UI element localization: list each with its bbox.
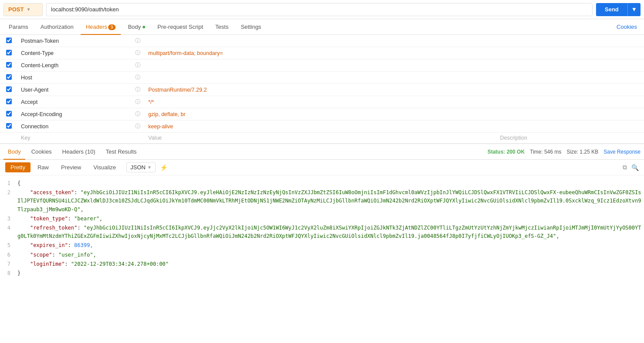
response-time: Time: 546 ms — [530, 149, 561, 155]
header-key-7: Connection — [17, 120, 131, 133]
response-tab-body[interactable]: Body — [3, 144, 25, 160]
json-line: 5 "expires_in": 86399, — [0, 241, 644, 250]
header-value-1: multipart/form-data; boundary= — [145, 47, 497, 59]
header-key-3: Host — [17, 72, 131, 84]
format-preview[interactable]: Preview — [56, 162, 86, 172]
json-line: 1{ — [0, 179, 644, 188]
header-info-4: ⓘ — [131, 84, 145, 96]
request-bar: POST ▼ Send ▼ — [0, 0, 644, 19]
header-key-4: User-Agent — [17, 84, 131, 96]
header-info-5: ⓘ — [131, 96, 145, 108]
tab-params[interactable]: Params — [3, 19, 34, 35]
header-desc-1 — [497, 47, 644, 59]
header-checkbox-5[interactable] — [0, 96, 17, 108]
format-visualize[interactable]: Visualize — [88, 162, 121, 172]
header-info-0: ⓘ — [131, 35, 145, 47]
tab-headers[interactable]: Headers9 — [81, 19, 121, 35]
header-info-7: ⓘ — [131, 120, 145, 133]
format-chevron-icon: ▼ — [147, 165, 152, 170]
tab-prerequest[interactable]: Pre-request Script — [152, 19, 208, 35]
header-checkbox-2[interactable] — [0, 59, 17, 72]
json-line: 4 "refresh_token": "eyJhbGciOiJIUzI1NiIs… — [0, 223, 644, 241]
search-icon[interactable]: 🔍 — [631, 164, 639, 171]
header-desc-7 — [497, 120, 644, 133]
header-value-7: keep-alive — [145, 120, 497, 133]
header-value-3 — [145, 72, 497, 84]
header-checkbox-4[interactable] — [0, 84, 17, 96]
filter-icon[interactable]: ⚡ — [160, 164, 167, 171]
format-pretty[interactable]: Pretty — [5, 162, 31, 172]
response-tab-cookies[interactable]: Cookies — [27, 144, 56, 160]
header-checkbox-7[interactable] — [0, 120, 17, 133]
response-section: Body Cookies Headers (10) Test Results S… — [0, 144, 644, 281]
tab-authorization[interactable]: Authorization — [35, 19, 79, 35]
header-info-1: ⓘ — [131, 47, 145, 59]
header-desc-4 — [497, 84, 644, 96]
header-value-0 — [145, 35, 497, 47]
send-button-group: Send ▼ — [596, 3, 641, 16]
copy-icon[interactable]: ⧉ — [623, 164, 627, 171]
header-key-0: Postman-Token — [17, 35, 131, 47]
header-desc-0 — [497, 35, 644, 47]
response-tab-headers[interactable]: Headers (10) — [58, 144, 100, 160]
method-label: POST — [8, 6, 24, 13]
response-size: Size: 1.25 KB — [567, 149, 599, 155]
json-line: 3 "token_type": "bearer", — [0, 214, 644, 223]
header-value-5: */* — [145, 96, 497, 108]
header-key-5: Accept — [17, 96, 131, 108]
header-key-1: Content-Type — [17, 47, 131, 59]
header-checkbox-0[interactable] — [0, 35, 17, 47]
status-badge: Status: 200 OK — [487, 149, 525, 155]
method-chevron-icon: ▼ — [26, 7, 31, 12]
json-line: 7 "loginTime": "2022-12-29T03:34:24.278+… — [0, 260, 644, 269]
json-line: 8} — [0, 269, 644, 278]
header-value-2 — [145, 59, 497, 72]
response-tab-test-results[interactable]: Test Results — [101, 144, 141, 160]
header-desc-6 — [497, 108, 644, 120]
header-desc-3 — [497, 72, 644, 84]
header-value-6: gzip, deflate, br — [145, 108, 497, 120]
header-value-4: PostmanRuntime/7.29.2 — [145, 84, 497, 96]
new-header-value[interactable]: Value — [145, 133, 497, 144]
new-header-key[interactable]: Key — [17, 133, 131, 144]
header-key-6: Accept-Encoding — [17, 108, 131, 120]
cookies-link[interactable]: Cookies — [617, 24, 641, 30]
save-response-button[interactable]: Save Response — [603, 149, 641, 155]
tab-settings[interactable]: Settings — [235, 19, 266, 35]
json-format-select[interactable]: JSON ▼ — [126, 162, 156, 172]
send-button[interactable]: Send — [596, 3, 627, 16]
header-key-2: Content-Length — [17, 59, 131, 72]
json-content: 1{2 "access_token": "eyJhbGciOiJIUzI1NiI… — [0, 175, 644, 281]
headers-table: Postman-Token ⓘ Content-Type ⓘ multipart… — [0, 35, 644, 144]
header-desc-5 — [497, 96, 644, 108]
header-info-3: ⓘ — [131, 72, 145, 84]
header-checkbox-6[interactable] — [0, 108, 17, 120]
method-dropdown[interactable]: POST ▼ — [3, 3, 43, 16]
json-line: 6 "scope": "user_info", — [0, 250, 644, 260]
send-dropdown-button[interactable]: ▼ — [627, 3, 641, 16]
format-bar: Pretty Raw Preview Visualize JSON ▼ ⚡ ⧉ … — [0, 160, 644, 175]
response-meta: Status: 200 OK Time: 546 ms Size: 1.25 K… — [487, 149, 641, 155]
request-tabs: Params Authorization Headers9 Body Pre-r… — [0, 19, 644, 35]
header-info-2: ⓘ — [131, 59, 145, 72]
tab-tests[interactable]: Tests — [210, 19, 234, 35]
new-header-desc[interactable]: Description — [497, 133, 644, 144]
header-checkbox-1[interactable] — [0, 47, 17, 59]
json-line: 2 "access_token": "eyJhbGciOiJIUzI1NiIsI… — [0, 188, 644, 214]
headers-section: Postman-Token ⓘ Content-Type ⓘ multipart… — [0, 35, 644, 144]
response-tabs: Body Cookies Headers (10) Test Results S… — [0, 144, 644, 160]
tab-body[interactable]: Body — [123, 19, 150, 35]
json-response-viewer: 1{2 "access_token": "eyJhbGciOiJIUzI1NiI… — [0, 175, 644, 281]
header-checkbox-3[interactable] — [0, 72, 17, 84]
header-desc-2 — [497, 59, 644, 72]
body-dot — [143, 26, 145, 28]
header-info-6: ⓘ — [131, 108, 145, 120]
format-raw[interactable]: Raw — [32, 162, 54, 172]
url-input[interactable] — [46, 3, 593, 16]
